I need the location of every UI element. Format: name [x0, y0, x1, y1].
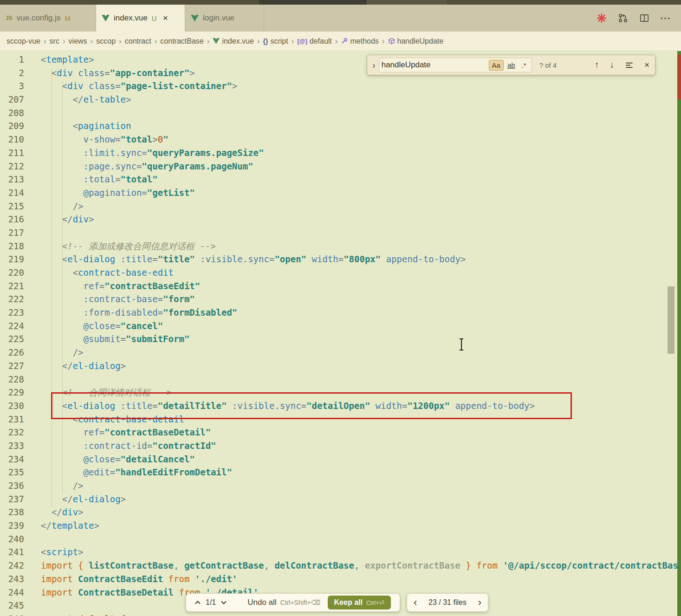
code-line-216[interactable]: 216 </div>: [0, 213, 681, 226]
code-line-226[interactable]: 226 />: [0, 346, 681, 359]
match-case-button[interactable]: Aa: [489, 60, 504, 71]
keep-all-button[interactable]: Keep all Ctrl+⏎: [328, 596, 391, 610]
breadcrumb-item-methods[interactable]: methods: [341, 37, 378, 45]
code-line-242[interactable]: 242import { listContractBase, getContrac…: [0, 559, 681, 572]
breadcrumb-label: default: [310, 37, 332, 45]
line-number: 212: [0, 160, 24, 173]
next-match-icon[interactable]: ↓: [610, 60, 614, 70]
previous-conflict-button[interactable]: [192, 600, 204, 605]
breadcrumb-item-index-vue[interactable]: index.vue: [213, 37, 254, 45]
compare-changes-icon[interactable]: [615, 10, 631, 26]
undo-all-label: Undo all: [247, 598, 276, 607]
breadcrumb-separator: ›: [382, 37, 385, 46]
breadcrumb-separator: ›: [257, 37, 260, 46]
code-line-233[interactable]: 233 :contract-id="contractId": [0, 439, 681, 453]
breadcrumb-item-src[interactable]: src: [50, 37, 59, 45]
previous-match-icon[interactable]: ↑: [595, 60, 599, 70]
whole-word-button[interactable]: ab: [505, 60, 518, 70]
line-number: 245: [0, 599, 24, 612]
cube-icon: [388, 38, 395, 45]
code-line-209[interactable]: 209 <pagination: [0, 119, 681, 133]
code-line-207[interactable]: 207 </el-table>: [0, 93, 681, 106]
code-line-228[interactable]: 228: [0, 373, 681, 386]
line-number: 224: [0, 319, 24, 333]
code-line-240[interactable]: 240: [0, 532, 681, 546]
line-number: 226: [0, 346, 24, 359]
tab-index-vue[interactable]: index.vue U ×: [96, 5, 185, 32]
code-line-236[interactable]: 236 />: [0, 479, 681, 493]
code-line-221[interactable]: 221 ref="contractBaseEdit": [0, 279, 681, 293]
top-strip: [0, 0, 681, 5]
code-line-235[interactable]: 235 @edit="handleEditFromDetail": [0, 466, 681, 479]
conflict-counter: 1/1: [204, 598, 218, 607]
code-line-243[interactable]: 243import ContractBaseEdit from './edit': [0, 572, 681, 586]
code-line-225[interactable]: 225 @submit="submitForm": [0, 332, 681, 346]
code-line-232[interactable]: 232 ref="contractBaseDetail": [0, 426, 681, 439]
find-in-selection-icon[interactable]: [625, 61, 634, 70]
line-number: 242: [0, 559, 24, 572]
top-strip-segment: [367, 0, 447, 5]
line-number: 215: [0, 200, 24, 213]
code-line-217[interactable]: 217: [0, 226, 681, 240]
code-line-211[interactable]: 211 :limit.sync="queryParams.pageSize": [0, 146, 681, 160]
code-line-218[interactable]: 218 <!-- 添加或修改合同信息对话框 -->: [0, 240, 681, 253]
tab-vue-config-js[interactable]: JS vue.config.js M: [0, 5, 96, 32]
mouse-cursor-ibeam: [458, 338, 465, 353]
line-number: 239: [0, 519, 24, 532]
breadcrumb-item-default[interactable]: [@]default: [297, 37, 331, 45]
previous-file-icon[interactable]: ‹: [414, 597, 417, 608]
more-actions-icon[interactable]: ···: [658, 10, 674, 26]
code-line-208[interactable]: 208: [0, 106, 681, 120]
code-line-212[interactable]: 212 :page.sync="queryParams.pageNum": [0, 160, 681, 173]
code-editor: 1<template>2 <div class="app-container">…: [0, 51, 681, 616]
git-status-badge: M: [65, 14, 71, 22]
line-number: 225: [0, 332, 24, 346]
code-line-220[interactable]: 220 <contract-base-edit: [0, 266, 681, 279]
code-line-213[interactable]: 213 :total="total": [0, 173, 681, 186]
next-conflict-button[interactable]: [218, 600, 230, 605]
regex-button[interactable]: .*: [519, 60, 529, 70]
line-number: 230: [0, 399, 24, 413]
find-input[interactable]: [382, 60, 488, 70]
breadcrumb-item-contract[interactable]: contract: [125, 37, 151, 45]
code-line-224[interactable]: 224 @close="cancel": [0, 319, 681, 333]
breadcrumb-item-script[interactable]: {}script: [263, 37, 288, 45]
code-line-238[interactable]: 238 </div>: [0, 506, 681, 519]
breadcrumb-item-sccop[interactable]: sccop: [96, 37, 116, 45]
code-line-214[interactable]: 214 @pagination="getList": [0, 186, 681, 200]
line-number: 243: [0, 572, 24, 586]
breadcrumb-item-handleupdate[interactable]: handleUpdate: [388, 37, 444, 45]
line-number: 210: [0, 133, 24, 146]
breadcrumb-item-contractbase[interactable]: contractBase: [160, 37, 203, 45]
git-status-badge: U: [152, 14, 157, 22]
line-number: 236: [0, 479, 24, 493]
line-number: 234: [0, 453, 24, 466]
undo-all-button[interactable]: Undo all Ctrl+Shift+⌫: [247, 598, 320, 607]
code-line-239[interactable]: 239</template>: [0, 519, 681, 532]
close-icon[interactable]: ×: [644, 60, 649, 70]
code-line-237[interactable]: 237 </el-dialog>: [0, 493, 681, 506]
code-line-234[interactable]: 234 @close="detailCancel": [0, 453, 681, 466]
code-line-210[interactable]: 210 v-show="total>0": [0, 133, 681, 146]
next-file-icon[interactable]: ›: [478, 597, 481, 608]
breadcrumb-item-views[interactable]: views: [69, 37, 87, 45]
code-line-219[interactable]: 219 <el-dialog :title="title" :visible.s…: [0, 253, 681, 266]
tab-login-vue[interactable]: login.vue: [185, 5, 264, 32]
split-editor-icon[interactable]: [636, 10, 652, 26]
code-line-3[interactable]: 3 <div class="page-list-container">: [0, 79, 681, 93]
breadcrumb-item-sccop-vue[interactable]: sccop-vue: [6, 37, 40, 45]
line-number: 208: [0, 106, 24, 120]
code-line-215[interactable]: 215 />: [0, 200, 681, 213]
close-icon[interactable]: ×: [163, 13, 168, 23]
toggle-replace-icon[interactable]: ›: [369, 60, 379, 71]
code-line-227[interactable]: 227 </el-dialog>: [0, 359, 681, 373]
code-line-241[interactable]: 241<script>: [0, 545, 681, 559]
code-line-222[interactable]: 222 :contract-base="form": [0, 292, 681, 306]
line-number: 237: [0, 493, 24, 506]
extension-star-icon[interactable]: [594, 10, 610, 26]
code-line-246[interactable]: 246export default {: [0, 612, 681, 616]
overview-ruler: [677, 51, 681, 616]
code-line-223[interactable]: 223 :form-disabled="formDisabled": [0, 306, 681, 319]
files-navigator: ‹ 23 / 31 files ›: [407, 593, 488, 612]
scrollbar-thumb[interactable]: [668, 286, 675, 354]
